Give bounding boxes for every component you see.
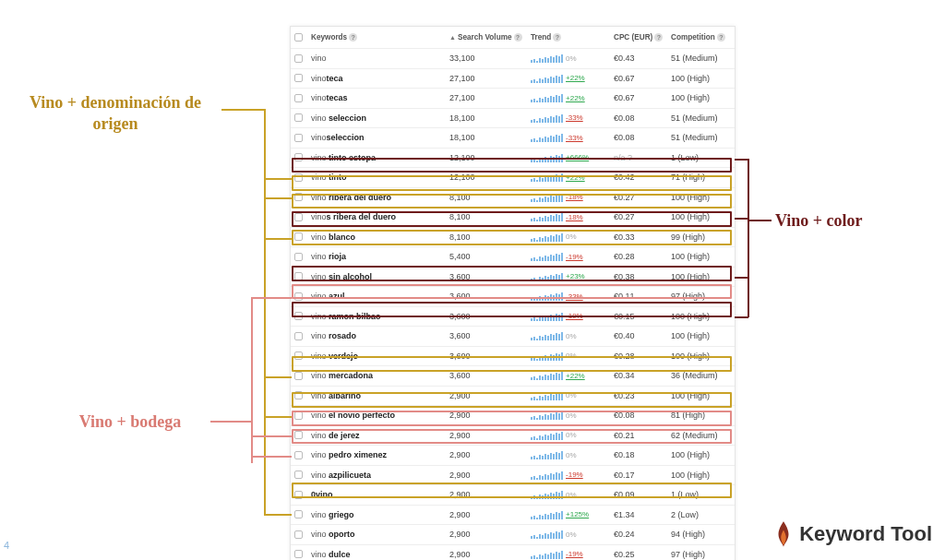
header-trend[interactable]: Trend? (531, 33, 614, 42)
table-row: vino ramon bilbao3,600-19%€0.15100 (High… (291, 307, 735, 328)
volume-cell: 3,600 (449, 371, 531, 380)
trend-cell: +22% (531, 173, 614, 182)
cpc-cell: n/a ? (614, 153, 671, 162)
keyword-cell[interactable]: vino pedro ximenez (311, 450, 449, 459)
annotation-denominacion: Vino + denominación de origen (9, 92, 221, 134)
row-checkbox[interactable] (294, 94, 303, 102)
row-checkbox[interactable] (294, 510, 303, 518)
keyword-cell[interactable]: vino rosado (311, 331, 449, 340)
table-row: vino azul3,600-33%€0.1197 (High) (291, 287, 735, 307)
keyword-cell[interactable]: vino dulce (311, 550, 449, 559)
row-checkbox[interactable] (294, 253, 303, 261)
keyword-cell[interactable]: vinoseleccion (311, 133, 449, 142)
header-cpc[interactable]: CPC (EUR)? (614, 33, 671, 42)
header-search-volume[interactable]: Search Volume? (449, 33, 531, 42)
row-checkbox[interactable] (294, 272, 303, 280)
help-icon[interactable]: ? (654, 33, 663, 42)
competition-cell: 100 (High) (671, 93, 737, 102)
keyword-cell[interactable]: vino sin alcohol (311, 272, 449, 281)
cpc-cell: €0.27 (614, 193, 671, 202)
row-checkbox[interactable] (294, 232, 303, 241)
competition-cell: 1 (Low) (671, 490, 737, 499)
cpc-cell: €0.67 (614, 74, 671, 83)
row-checkbox[interactable] (294, 54, 303, 63)
keyword-cell[interactable]: vino griego (311, 510, 449, 519)
keyword-cell[interactable]: vino verdejo (311, 351, 449, 361)
volume-cell: 2,900 (449, 450, 531, 459)
row-checkbox[interactable] (294, 491, 303, 499)
row-checkbox[interactable] (294, 74, 303, 82)
competition-cell: 99 (High) (671, 232, 737, 242)
row-checkbox[interactable] (294, 193, 303, 201)
header-checkbox[interactable] (294, 33, 311, 42)
table-row: vinoteca27,100+22%€0.67100 (High) (291, 69, 735, 89)
keyword-cell[interactable]: vinotecas (311, 93, 449, 102)
cpc-cell: €0.28 (614, 351, 671, 361)
help-icon[interactable]: ? (553, 33, 561, 42)
volume-cell: 3,600 (449, 272, 531, 281)
table-row: vino tinto12,100+22%€0.4271 (High) (291, 168, 735, 188)
keyword-cell[interactable]: vino mercadona (311, 371, 449, 380)
keyword-cell[interactable]: 0vino (311, 490, 449, 499)
keyword-cell[interactable]: vino tinto estopa (311, 153, 449, 162)
help-icon[interactable]: ? (514, 33, 522, 42)
keyword-cell[interactable]: vino ramon bilbao (311, 312, 449, 321)
competition-cell: 97 (High) (671, 550, 737, 559)
keyword-cell[interactable]: vino tinto (311, 173, 449, 182)
help-icon[interactable]: ? (349, 33, 357, 42)
row-checkbox[interactable] (294, 451, 303, 459)
volume-cell: 27,100 (449, 74, 531, 83)
logo-text: Keyword Tool (799, 522, 932, 546)
keyword-cell[interactable]: vino rioja (311, 252, 449, 261)
table-row: vino oporto2,9000%€0.2494 (High) (291, 525, 735, 545)
keyword-cell[interactable]: vino de jerez (311, 431, 449, 440)
row-checkbox[interactable] (294, 411, 303, 420)
row-checkbox[interactable] (294, 213, 303, 221)
header-competition[interactable]: Competition? (671, 33, 737, 42)
header-keywords[interactable]: Keywords? (311, 33, 449, 42)
trend-cell: +22% (531, 74, 614, 83)
row-checkbox[interactable] (294, 550, 303, 558)
trend-cell: +22% (531, 371, 614, 380)
cpc-cell: €0.24 (614, 530, 671, 539)
table-row: vino verdejo3,6000%€0.28100 (High) (291, 347, 735, 367)
keyword-cell[interactable]: vino ribera del duero (311, 193, 449, 202)
keyword-cell[interactable]: vino el novio perfecto (311, 411, 449, 420)
keyword-cell[interactable]: vino azul (311, 292, 449, 301)
cpc-cell: €0.25 (614, 550, 671, 559)
row-checkbox[interactable] (294, 113, 303, 122)
row-checkbox[interactable] (294, 173, 303, 182)
keyword-cell[interactable]: vino oporto (311, 530, 449, 539)
cpc-cell: €0.21 (614, 431, 671, 440)
competition-cell: 36 (Medium) (671, 371, 737, 380)
keyword-cell[interactable]: vino seleccion (311, 113, 449, 123)
row-checkbox[interactable] (294, 372, 303, 380)
row-checkbox[interactable] (294, 153, 303, 161)
cpc-cell: €0.09 (614, 490, 671, 499)
table-row: vino seleccion18,100-33%€0.0851 (Medium) (291, 109, 735, 129)
row-checkbox[interactable] (294, 530, 303, 539)
competition-cell: 1 (Low) (671, 153, 737, 162)
competition-cell: 100 (High) (671, 212, 737, 221)
row-checkbox[interactable] (294, 134, 303, 142)
table-row: vino de jerez2,9000%€0.2162 (Medium) (291, 426, 735, 447)
row-checkbox[interactable] (294, 471, 303, 479)
keyword-cell[interactable]: vino (311, 54, 449, 63)
row-checkbox[interactable] (294, 312, 303, 320)
row-checkbox[interactable] (294, 351, 303, 360)
row-checkbox[interactable] (294, 391, 303, 399)
cpc-cell: €0.11 (614, 292, 671, 301)
row-checkbox[interactable] (294, 292, 303, 301)
keyword-cell[interactable]: vino azpilicueta (311, 471, 449, 480)
row-checkbox[interactable] (294, 332, 303, 340)
competition-cell: 100 (High) (671, 391, 737, 400)
keyword-cell[interactable]: vinoteca (311, 74, 449, 83)
row-checkbox[interactable] (294, 431, 303, 439)
volume-cell: 8,100 (449, 193, 531, 202)
keyword-cell[interactable]: vino albariño (311, 391, 449, 400)
trend-cell: 0% (531, 351, 614, 361)
keyword-cell[interactable]: vinos ribera del duero (311, 212, 449, 221)
trend-cell: 0% (531, 232, 614, 242)
keyword-cell[interactable]: vino blanco (311, 232, 449, 242)
help-icon[interactable]: ? (717, 33, 725, 42)
